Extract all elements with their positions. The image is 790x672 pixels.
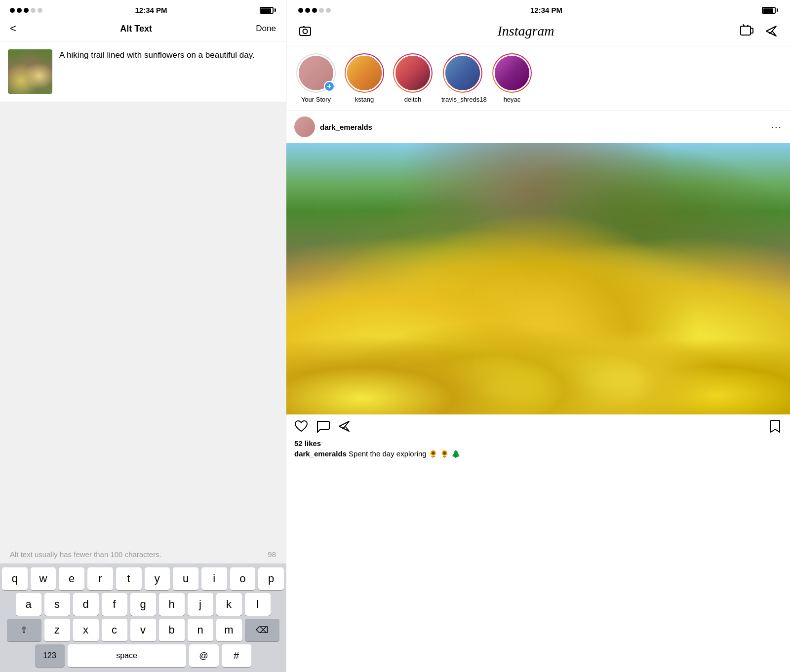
key-m[interactable]: m bbox=[216, 619, 242, 641]
key-k[interactable]: k bbox=[216, 593, 242, 616]
stories-row: + Your Story kstang deitch bbox=[286, 46, 790, 111]
svg-rect-4 bbox=[750, 28, 753, 33]
time-right: 12:34 PM bbox=[530, 6, 562, 14]
key-f[interactable]: f bbox=[102, 593, 127, 616]
key-s[interactable]: s bbox=[44, 593, 70, 616]
story-heyac[interactable]: heyac bbox=[492, 53, 532, 103]
key-d[interactable]: d bbox=[73, 593, 99, 616]
alt-text-input-container: A hiking trail lined with sunflowers on … bbox=[59, 49, 278, 86]
char-hint-bar: Alt text usually has fewer than 100 char… bbox=[0, 545, 286, 563]
save-button[interactable] bbox=[768, 419, 782, 433]
keyboard-row-2: a s d f g h j k l bbox=[2, 593, 284, 616]
char-hint-text: Alt text usually has fewer than 100 char… bbox=[10, 550, 161, 559]
kstang-avatar bbox=[347, 56, 382, 90]
igtv-button[interactable] bbox=[738, 22, 755, 40]
key-i[interactable]: i bbox=[201, 567, 227, 590]
signal-dots-right bbox=[298, 8, 331, 13]
post-actions-left bbox=[294, 419, 352, 433]
key-o[interactable]: o bbox=[230, 567, 256, 590]
key-at[interactable]: @ bbox=[189, 644, 219, 667]
camera-button[interactable] bbox=[296, 22, 314, 40]
done-button[interactable]: Done bbox=[256, 24, 276, 34]
deitch-label: deitch bbox=[404, 96, 422, 103]
thumbnail-inner bbox=[8, 49, 52, 94]
instagram-top-nav: Instagram bbox=[286, 18, 790, 46]
svg-rect-0 bbox=[300, 27, 311, 36]
keyboard-row-3: ⇧ z x c v b n m ⌫ bbox=[2, 619, 284, 641]
key-x[interactable]: x bbox=[73, 619, 99, 641]
your-story-label: Your Story bbox=[301, 96, 331, 103]
alt-text-area: A hiking trail lined with sunflowers on … bbox=[0, 41, 286, 102]
battery-right bbox=[762, 7, 778, 14]
key-delete[interactable]: ⌫ bbox=[245, 619, 279, 641]
time-left: 12:34 PM bbox=[135, 6, 167, 14]
share-button[interactable] bbox=[338, 419, 352, 433]
key-123[interactable]: 123 bbox=[35, 644, 65, 667]
caption-username[interactable]: dark_emeralds bbox=[294, 449, 347, 458]
keyboard-row-4: 123 space @ # bbox=[2, 644, 284, 667]
post-more-button[interactable]: ··· bbox=[771, 121, 782, 133]
instagram-feed-screen: 12:34 PM Instagram bbox=[286, 0, 790, 672]
key-shift[interactable]: ⇧ bbox=[7, 619, 41, 641]
instagram-logo: Instagram bbox=[497, 23, 554, 39]
post-author-username[interactable]: dark_emeralds bbox=[320, 123, 372, 131]
key-hash[interactable]: # bbox=[222, 644, 251, 667]
post-image-overlay bbox=[286, 252, 790, 414]
post-likes-count: 52 likes bbox=[286, 438, 790, 448]
kstang-label: kstang bbox=[355, 96, 374, 103]
key-q[interactable]: q bbox=[2, 567, 28, 590]
key-t[interactable]: t bbox=[116, 567, 142, 590]
key-v[interactable]: v bbox=[130, 619, 156, 641]
comment-button[interactable] bbox=[316, 419, 330, 433]
key-y[interactable]: y bbox=[145, 567, 170, 590]
back-button[interactable]: < bbox=[10, 22, 16, 35]
post-caption: dark_emeralds Spent the day exploring 🌻 … bbox=[286, 448, 790, 459]
svg-rect-2 bbox=[303, 26, 305, 28]
key-z[interactable]: z bbox=[44, 619, 70, 641]
story-kstang[interactable]: kstang bbox=[345, 53, 384, 103]
direct-message-button[interactable] bbox=[762, 22, 780, 40]
key-p[interactable]: p bbox=[258, 567, 284, 590]
nav-bar-left: < Alt Text Done bbox=[0, 18, 286, 41]
key-j[interactable]: j bbox=[188, 593, 213, 616]
post-image bbox=[286, 143, 790, 414]
post-thumbnail-image bbox=[8, 49, 52, 94]
post-author-avatar[interactable] bbox=[294, 116, 315, 137]
key-l[interactable]: l bbox=[245, 593, 271, 616]
post-user-info: dark_emeralds bbox=[294, 116, 372, 137]
heya-avatar bbox=[495, 56, 529, 90]
signal-dots bbox=[10, 8, 42, 13]
key-u[interactable]: u bbox=[173, 567, 198, 590]
key-n[interactable]: n bbox=[188, 619, 213, 641]
key-space[interactable]: space bbox=[68, 644, 186, 667]
key-b[interactable]: b bbox=[159, 619, 185, 641]
post-actions-bar bbox=[286, 414, 790, 438]
empty-content-area bbox=[0, 102, 286, 545]
add-story-plus: + bbox=[324, 81, 335, 92]
heya-label: heyac bbox=[504, 96, 521, 103]
travis-label: travis_shreds18 bbox=[441, 96, 483, 103]
key-c[interactable]: c bbox=[102, 619, 127, 641]
story-deitch[interactable]: deitch bbox=[393, 53, 433, 103]
status-bar-left: 12:34 PM bbox=[0, 0, 286, 18]
svg-rect-3 bbox=[741, 26, 750, 35]
keyboard-row-1: q w e r t y u i o p bbox=[2, 567, 284, 590]
caption-text: Spent the day exploring 🌻 🌻 🌲 bbox=[347, 449, 461, 458]
key-h[interactable]: h bbox=[159, 593, 185, 616]
alt-text-input[interactable]: A hiking trail lined with sunflowers on … bbox=[59, 49, 278, 84]
key-a[interactable]: a bbox=[16, 593, 41, 616]
key-r[interactable]: r bbox=[87, 567, 113, 590]
status-bar-right: 12:34 PM bbox=[286, 0, 790, 18]
screen-title: Alt Text bbox=[120, 24, 152, 34]
story-your-story[interactable]: + Your Story bbox=[296, 53, 336, 103]
story-travis[interactable]: travis_shreds18 bbox=[441, 53, 483, 103]
key-g[interactable]: g bbox=[130, 593, 156, 616]
alt-text-screen: 12:34 PM < Alt Text Done A hiking trail … bbox=[0, 0, 286, 672]
key-w[interactable]: w bbox=[31, 567, 56, 590]
travis-avatar bbox=[445, 56, 480, 90]
char-count: 98 bbox=[268, 550, 276, 559]
like-button[interactable] bbox=[294, 419, 308, 433]
keyboard: q w e r t y u i o p a s d f g h j k l ⇧ … bbox=[0, 563, 286, 672]
svg-point-1 bbox=[303, 29, 308, 34]
key-e[interactable]: e bbox=[59, 567, 84, 590]
